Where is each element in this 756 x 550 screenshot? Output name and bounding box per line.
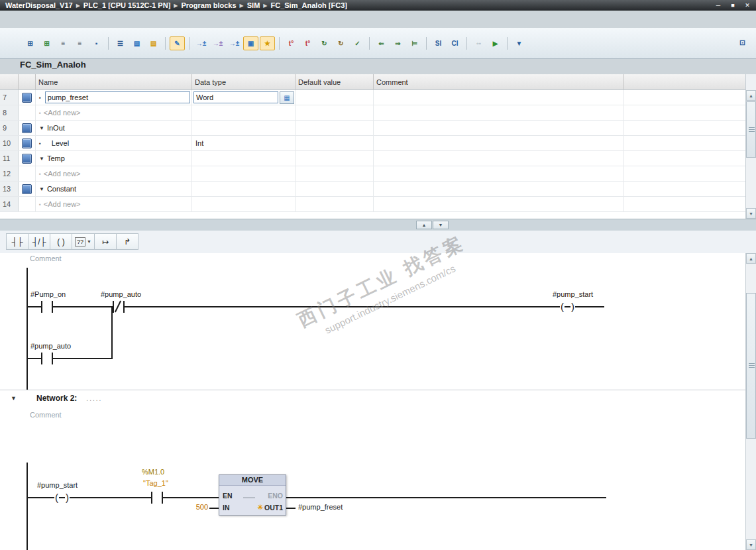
name-edit-field[interactable]: pump_freset <box>45 91 190 103</box>
section-expander-icon[interactable]: ▼ <box>39 186 44 192</box>
header-data-type[interactable]: Data type <box>192 74 296 89</box>
row-name-cell[interactable]: ▪<Add new> <box>36 166 192 181</box>
n2-comment-placeholder[interactable]: Comment <box>30 411 62 419</box>
expand-all-networks-icon[interactable]: ▤ <box>129 36 144 50</box>
open-branch-icon[interactable]: ↦ <box>94 233 117 250</box>
table-row[interactable]: 7▪pump_fresetWord▦ <box>0 90 745 105</box>
in-pin[interactable]: IN <box>223 504 230 512</box>
row-datatype-cell[interactable] <box>192 121 296 135</box>
header-name[interactable]: Name <box>36 74 192 89</box>
table-row[interactable]: 11▼Temp <box>0 151 745 166</box>
row-datatype-cell[interactable] <box>192 151 296 166</box>
keep-actual-values-icon[interactable]: ▪ <box>89 36 104 50</box>
editor-scrollbar-thumb[interactable] <box>746 293 756 439</box>
collapse-up-button[interactable]: ▲ <box>416 221 432 229</box>
n1-contact1-icon[interactable] <box>41 301 42 313</box>
n2-contact-icon[interactable] <box>151 492 152 504</box>
en-pin[interactable]: EN <box>223 492 233 500</box>
variable-name[interactable]: Level <box>52 139 69 147</box>
row-default-value-cell[interactable] <box>296 136 374 150</box>
move-box[interactable]: MOVE EN ENO IN ✳ OUT1 <box>219 474 286 516</box>
row-name-cell[interactable]: ▪<Add new> <box>36 197 192 211</box>
row-default-value-cell[interactable] <box>296 197 374 211</box>
eno-pin[interactable]: ENO <box>268 492 283 500</box>
row-name-cell[interactable]: ▼Temp <box>36 151 192 166</box>
insert-empty-box-icon[interactable]: →± <box>210 36 225 50</box>
table-scrollbar[interactable]: ▲ ▼ <box>745 74 756 219</box>
n2-contact-tag[interactable]: "Tag_1" <box>143 479 168 487</box>
row-comment-cell[interactable] <box>374 105 624 120</box>
row-datatype-cell[interactable] <box>192 182 296 196</box>
datatype-picker-button[interactable]: ▦ <box>280 91 294 104</box>
network-comments-icon[interactable]: ✎ <box>170 36 185 50</box>
close-button[interactable]: ✕ <box>741 1 753 10</box>
header-default-value[interactable]: Default value <box>296 74 374 89</box>
breadcrumb-item[interactable]: WaterDisposal_V17 <box>5 1 73 9</box>
row-comment-cell[interactable] <box>374 90 624 105</box>
row-default-value-cell[interactable] <box>296 105 374 120</box>
row-default-value-cell[interactable] <box>296 166 374 181</box>
add-row-icon[interactable]: ⊞ <box>39 36 54 50</box>
close-branch-icon[interactable]: ↱ <box>116 233 138 250</box>
row-datatype-cell[interactable] <box>192 105 296 120</box>
breadcrumb-item[interactable]: FC_Sim_Analoh [FC3] <box>270 1 347 9</box>
n1-nc-contact-icon[interactable] <box>113 301 114 313</box>
absolute-symbolic-operands-icon[interactable]: ☰ <box>113 36 128 50</box>
scroll-up-icon[interactable]: ▲ <box>746 253 756 264</box>
favorites-toggle-icon[interactable]: ★ <box>260 36 275 50</box>
update-interface-icon[interactable]: ≡ <box>72 36 87 50</box>
table-scrollbar-thumb[interactable] <box>746 101 756 158</box>
row-comment-cell[interactable] <box>374 136 624 150</box>
row-datatype-cell[interactable]: Int <box>192 136 296 150</box>
table-row[interactable]: 13▼Constant <box>0 182 745 197</box>
goto-next-error-icon[interactable]: ⇒ <box>390 36 405 50</box>
reset-start-values-icon[interactable]: ≡ <box>56 36 71 50</box>
n2-element1-icon[interactable]: ( <box>54 492 59 504</box>
section-expander-icon[interactable]: ▼ <box>39 125 44 131</box>
row-comment-cell[interactable] <box>374 121 624 135</box>
n2-contact-icon[interactable] <box>162 492 163 504</box>
table-row[interactable]: 14▪<Add new> <box>0 197 745 212</box>
row-name-cell[interactable]: ▪Level <box>36 136 192 150</box>
row-default-value-cell[interactable] <box>296 90 374 105</box>
table-row[interactable]: 10▪LevelInt <box>0 136 745 151</box>
table-row[interactable]: 8▪<Add new> <box>0 105 745 121</box>
download-icon[interactable]: ▼ <box>512 36 527 50</box>
row-default-value-cell[interactable] <box>296 151 374 166</box>
minimize-button[interactable]: ─ <box>712 1 724 10</box>
no-contact-icon[interactable]: ┤├ <box>6 233 28 250</box>
insert-row-icon[interactable]: ⊞ <box>23 36 38 50</box>
move-in-value[interactable]: 500 <box>191 503 208 511</box>
lad-layout-toggle-icon[interactable]: ▣ <box>243 36 258 50</box>
table-row[interactable]: 12▪<Add new> <box>0 166 745 182</box>
collapse-all-networks-icon[interactable]: ▤ <box>146 36 161 50</box>
row-datatype-cell[interactable] <box>192 197 296 211</box>
out1-pin[interactable]: OUT1 <box>264 504 283 512</box>
n2-element1-icon[interactable]: ) <box>65 492 70 504</box>
insert-network-icon[interactable]: →± <box>193 36 209 50</box>
monitoring-toggle-icon[interactable]: SI <box>431 36 446 50</box>
header-comment[interactable]: Comment <box>374 74 624 89</box>
n1-coil-icon[interactable]: ) <box>570 301 575 313</box>
row-comment-cell[interactable] <box>374 166 624 181</box>
compile-block-icon[interactable]: ✓ <box>350 36 365 50</box>
call-environment-icon[interactable]: CI <box>447 36 462 50</box>
editor-scrollbar[interactable]: ▲ ▼ <box>745 253 756 550</box>
n1-comment-placeholder[interactable]: Comment <box>30 254 62 262</box>
n2-contact-address[interactable]: %M1.0 <box>142 468 164 476</box>
n1-nc-contact-icon[interactable] <box>123 301 125 313</box>
program-editor[interactable]: Comment #Pump_on #pump_auto #pump_start … <box>0 253 745 550</box>
empty-box-icon[interactable]: ??▼ <box>72 233 95 250</box>
breakpoints-icon[interactable]: ◦◦ <box>471 36 486 50</box>
n1-contact1-icon[interactable] <box>52 301 53 313</box>
split-editor-icon[interactable]: ⊡ <box>735 36 749 49</box>
row-comment-cell[interactable] <box>374 151 624 166</box>
breadcrumb-item[interactable]: SIM <box>247 1 260 9</box>
collapse-down-button[interactable]: ▼ <box>433 221 449 229</box>
n1-branch-contact-label[interactable]: #pump_auto <box>30 342 71 350</box>
n1-contact2-label[interactable]: #pump_auto <box>101 290 141 298</box>
network2-header[interactable]: ▼ Network 2: ..... <box>0 390 745 406</box>
n1-contact1-label[interactable]: #Pump_on <box>30 290 66 298</box>
row-name-cell[interactable]: ▼InOut <box>36 121 192 135</box>
sync-interface-icon[interactable]: ↻ <box>317 36 332 50</box>
